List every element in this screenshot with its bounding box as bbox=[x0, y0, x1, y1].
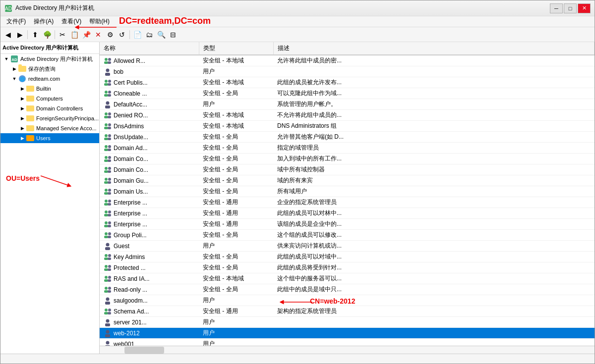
expand-fsp[interactable]: ▶ bbox=[18, 114, 26, 122]
paste-button[interactable]: 📌 bbox=[81, 29, 92, 40]
sidebar-item-fsp[interactable]: ▶ ForeignSecurityPrincipa... bbox=[0, 113, 99, 123]
cell-name: Enterprise ... bbox=[100, 197, 199, 208]
svg-point-106 bbox=[105, 287, 108, 290]
delete-button[interactable]: ✕ bbox=[93, 29, 104, 40]
sidebar-item-users[interactable]: ▶ Users bbox=[0, 133, 99, 143]
cell-name: DnsAdmins bbox=[100, 121, 199, 132]
table-row[interactable]: Cert Publis...安全组 - 本地域此组的成员被允许发布... bbox=[100, 77, 595, 88]
col-name[interactable]: 名称 bbox=[100, 42, 199, 55]
cell-desc bbox=[273, 339, 595, 346]
table-row[interactable]: Denied RO...安全组 - 本地域不允许将此组中成员的... bbox=[100, 110, 595, 121]
table-row[interactable]: Domain Gu...安全组 - 全局域的所有来宾 bbox=[100, 175, 595, 186]
forward-button[interactable]: ▶ bbox=[14, 29, 25, 40]
table-row[interactable]: Protected ...安全组 - 全局此组的成员将受到针对... bbox=[100, 262, 595, 273]
expand-msa[interactable]: ▶ bbox=[18, 124, 26, 132]
menu-action[interactable]: 操作(A) bbox=[30, 16, 58, 27]
col-type[interactable]: 类型 bbox=[199, 42, 273, 55]
table-row[interactable]: Group Poli...安全组 - 全局这个组的成员可以修改... bbox=[100, 230, 595, 241]
close-button[interactable]: ✕ bbox=[578, 3, 591, 13]
up-button[interactable]: ⬆ bbox=[30, 29, 41, 40]
table-row[interactable]: DefaultAcc...用户系统管理的用户帐户。 bbox=[100, 99, 595, 110]
svg-point-116 bbox=[108, 309, 111, 312]
table-row[interactable]: Enterprise ...安全组 - 通用该组的成员是企业中的... bbox=[100, 219, 595, 230]
svg-rect-107 bbox=[104, 290, 108, 293]
table-row[interactable]: Domain Co...安全组 - 全局加入到域中的所有工作... bbox=[100, 154, 595, 164]
table-row[interactable]: Cloneable ...安全组 - 全局可以克隆此组中作为域... bbox=[100, 88, 595, 99]
table-row[interactable]: Enterprise ...安全组 - 通用此组的成员可以对林中... bbox=[100, 208, 595, 219]
svg-rect-64 bbox=[104, 192, 108, 195]
properties-button[interactable]: ⚙ bbox=[105, 29, 116, 40]
table-row[interactable]: Allowed R...安全组 - 本地域允许将此组中成员的密... bbox=[100, 55, 595, 66]
table-row[interactable]: Guest用户供来宾访问计算机或访... bbox=[100, 241, 595, 252]
svg-point-35 bbox=[108, 123, 111, 126]
maximize-button[interactable]: □ bbox=[564, 3, 577, 13]
horizontal-scrollbar[interactable] bbox=[100, 346, 595, 354]
table-row[interactable]: web-2012用户 bbox=[100, 328, 595, 339]
svg-point-119 bbox=[106, 319, 110, 322]
sidebar-item-msa[interactable]: ▶ Managed Service Acco... bbox=[0, 123, 99, 133]
sidebar-item-saved[interactable]: ▶ 保存的查询 bbox=[0, 64, 99, 74]
sidebar-item-dc[interactable]: ▶ Domain Controllers bbox=[0, 104, 99, 113]
sidebar-label-fsp: ForeignSecurityPrincipa... bbox=[36, 115, 99, 121]
svg-rect-44 bbox=[104, 149, 108, 151]
expand-redteam[interactable]: ▼ bbox=[10, 75, 18, 83]
table-row[interactable]: Domain Us...安全组 - 全局所有域用户 bbox=[100, 186, 595, 197]
copy-button[interactable]: 📋 bbox=[69, 29, 80, 40]
cell-name-text: Domain Co... bbox=[114, 156, 148, 162]
table-row[interactable]: web001用户 bbox=[100, 339, 595, 346]
table-row[interactable]: Enterprise ...安全组 - 通用企业的指定系统管理员 bbox=[100, 197, 595, 208]
new-button[interactable]: 📄 bbox=[132, 29, 143, 40]
content-table: 名称 类型 描述 Allowed R...安全组 - 本地域允许将此组中成员的密… bbox=[100, 42, 595, 346]
cell-type: 用户 bbox=[199, 66, 273, 77]
table-row[interactable]: saulgoodm...用户 bbox=[100, 295, 595, 306]
sidebar-item-redteam[interactable]: ▼ 🌐 redteam.com bbox=[0, 74, 99, 84]
expand-dc[interactable]: ▶ bbox=[18, 104, 26, 112]
refresh-button[interactable]: ↺ bbox=[117, 29, 127, 40]
table-row[interactable]: Schema Ad...安全组 - 通用架构的指定系统管理员 bbox=[100, 306, 595, 317]
svg-point-45 bbox=[108, 145, 111, 148]
expand-computers[interactable]: ▶ bbox=[18, 95, 26, 103]
cut-button[interactable]: ✂ bbox=[57, 29, 68, 40]
table-row[interactable]: Domain Co...安全组 - 全局域中所有域控制器 bbox=[100, 164, 595, 175]
cell-desc: 供来宾访问计算机或访... bbox=[273, 241, 595, 252]
show-hide-tree[interactable]: 🌳 bbox=[42, 29, 53, 40]
sidebar-label-msa: Managed Service Acco... bbox=[36, 125, 97, 131]
expand-builtin[interactable]: ▶ bbox=[18, 85, 26, 93]
table-row[interactable]: server 201...用户 bbox=[100, 317, 595, 328]
svg-rect-39 bbox=[104, 138, 108, 140]
cell-desc: 架构的指定系统管理员 bbox=[273, 306, 595, 317]
table-row[interactable]: RAS and IA...安全组 - 本地域这个组中的服务器可以... bbox=[100, 273, 595, 284]
sidebar-item-builtin[interactable]: ▶ Builtin bbox=[0, 84, 99, 94]
sidebar-item-root[interactable]: ▼ AD Active Directory 用户和计算机 bbox=[0, 54, 99, 64]
menu-view[interactable]: 查看(V) bbox=[58, 16, 85, 27]
svg-point-101 bbox=[105, 276, 108, 279]
svg-point-83 bbox=[105, 232, 108, 235]
table-row[interactable]: DnsAdmins安全组 - 本地域DNS Administrators 组 bbox=[100, 121, 595, 132]
table-row[interactable]: Read-only ...安全组 - 全局此组中的成员是域中只... bbox=[100, 284, 595, 295]
cell-name-text: Allowed R... bbox=[114, 57, 145, 64]
move-button[interactable]: 🗂 bbox=[144, 29, 155, 40]
find-button[interactable]: 🔍 bbox=[156, 29, 167, 40]
svg-point-63 bbox=[105, 189, 108, 192]
sidebar-label-computers: Computers bbox=[36, 96, 63, 102]
menu-help[interactable]: 帮助(H) bbox=[85, 16, 114, 27]
expand-users[interactable]: ▶ bbox=[18, 134, 26, 142]
domain-icon: 🌐 bbox=[18, 75, 26, 83]
filter-button[interactable]: ⊟ bbox=[168, 29, 178, 40]
svg-point-40 bbox=[108, 134, 111, 137]
expand-saved[interactable]: ▶ bbox=[10, 65, 18, 73]
table-row[interactable]: bob用户 bbox=[100, 66, 595, 77]
expand-root[interactable]: ▼ bbox=[2, 55, 10, 63]
svg-point-58 bbox=[105, 178, 108, 181]
minimize-button[interactable]: ─ bbox=[550, 3, 563, 13]
table-row[interactable]: Key Admins安全组 - 全局此组的成员可以对域中... bbox=[100, 252, 595, 262]
sidebar-item-computers[interactable]: ▶ Computers bbox=[0, 94, 99, 104]
back-button[interactable]: ◀ bbox=[2, 29, 13, 40]
table-row[interactable]: DnsUpdate...安全组 - 全局允许替其他客户端(如 D... bbox=[100, 132, 595, 143]
cell-name-text: RAS and IA... bbox=[114, 275, 150, 282]
group-icon bbox=[104, 144, 112, 152]
group-icon bbox=[104, 79, 112, 87]
menu-file[interactable]: 文件(F) bbox=[2, 16, 30, 27]
col-desc[interactable]: 描述 bbox=[273, 42, 595, 55]
table-row[interactable]: Domain Ad...安全组 - 全局指定的域管理员 bbox=[100, 143, 595, 154]
